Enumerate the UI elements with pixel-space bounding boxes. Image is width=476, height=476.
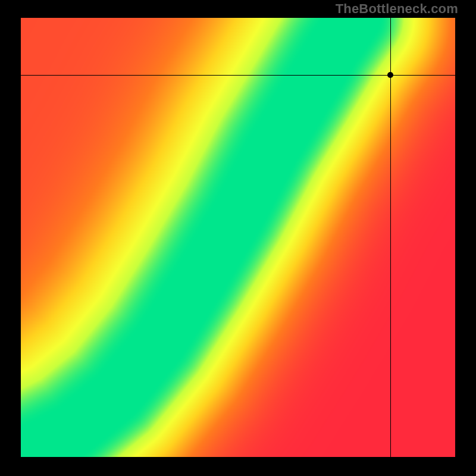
watermark-text: TheBottleneck.com [336,1,458,17]
crosshair-vertical [390,18,391,457]
chart-stage: TheBottleneck.com [0,0,476,476]
selection-marker[interactable] [387,72,393,78]
